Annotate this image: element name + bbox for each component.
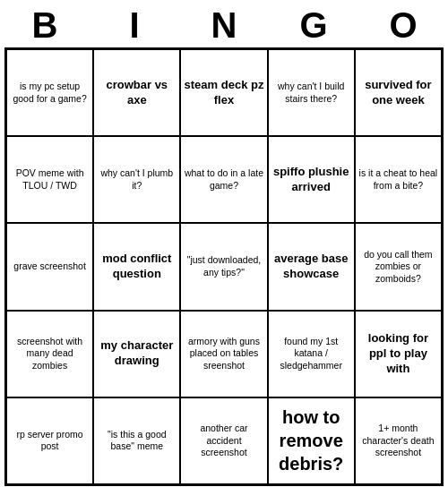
title-letter-i: I bbox=[95, 5, 174, 46]
bingo-cell-23: how to remove debris? bbox=[268, 397, 355, 484]
bingo-cell-7: what to do in a late game? bbox=[180, 136, 267, 223]
bingo-cell-16: my character drawing bbox=[93, 311, 180, 397]
bingo-cell-5: POV meme with TLOU / TWD bbox=[6, 136, 93, 223]
bingo-cell-3: why can't I build stairs there? bbox=[268, 49, 355, 136]
bingo-cell-11: mod conflict question bbox=[93, 223, 180, 310]
bingo-cell-17: armory with guns placed on tables sreens… bbox=[180, 311, 267, 397]
bingo-grid: is my pc setup good for a game?crowbar v… bbox=[4, 47, 444, 486]
title-letter-n: N bbox=[185, 5, 263, 46]
bingo-cell-18: found my 1st katana / sledgehammer bbox=[268, 311, 355, 397]
bingo-cell-1: crowbar vs axe bbox=[93, 49, 180, 136]
bingo-cell-10: grave screenshot bbox=[6, 223, 93, 310]
bingo-cell-4: survived for one week bbox=[355, 49, 442, 136]
bingo-cell-6: why can't I plumb it? bbox=[93, 136, 180, 223]
bingo-cell-13: average base showcase bbox=[268, 223, 355, 310]
bingo-cell-2: steam deck pz flex bbox=[180, 49, 267, 136]
bingo-cell-14: do you call them zombies or zomboids? bbox=[355, 223, 442, 310]
bingo-cell-15: screenshot with many dead zombies bbox=[6, 311, 93, 397]
bingo-cell-9: is it a cheat to heal from a bite? bbox=[355, 136, 442, 223]
bingo-cell-19: looking for ppl to play with bbox=[355, 311, 442, 397]
title-letter-o: O bbox=[364, 5, 443, 46]
bingo-cell-8: spiffo plushie arrived bbox=[268, 136, 355, 223]
title-letter-b: B bbox=[5, 5, 84, 46]
bingo-cell-0: is my pc setup good for a game? bbox=[6, 49, 93, 136]
bingo-cell-22: another car accident screenshot bbox=[180, 397, 267, 484]
bingo-cell-20: rp server promo post bbox=[6, 397, 93, 484]
bingo-cell-12: "just downloaded, any tips?" bbox=[180, 223, 267, 310]
bingo-cell-24: 1+ month character's death screenshot bbox=[355, 397, 442, 484]
title-letter-g: G bbox=[274, 5, 353, 46]
bingo-title: B I N G O bbox=[0, 0, 448, 47]
bingo-cell-21: "is this a good base" meme bbox=[93, 397, 180, 484]
